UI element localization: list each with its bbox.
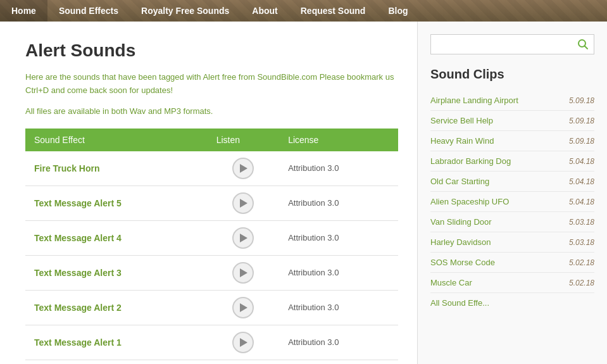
- sound-name-link[interactable]: Text Message Alert 1: [34, 337, 122, 348]
- svg-line-1: [585, 46, 588, 49]
- clip-date: 5.09.18: [569, 96, 594, 105]
- clip-item[interactable]: Heavy Rain Wind5.09.18: [430, 131, 594, 151]
- clip-item[interactable]: Alien Spaceship UFO5.04.18: [430, 192, 594, 212]
- play-button[interactable]: [232, 158, 254, 179]
- clip-name-link[interactable]: Heavy Rain Wind: [430, 136, 494, 146]
- play-triangle-icon: [240, 303, 247, 312]
- clip-date: 5.09.18: [569, 137, 594, 146]
- play-button[interactable]: [232, 192, 254, 214]
- clip-name-link[interactable]: Labrador Barking Dog: [430, 156, 511, 166]
- page-title: Alert Sounds: [25, 41, 398, 61]
- license-text: Attribution 3.0: [279, 185, 398, 220]
- nav-item-home[interactable]: Home: [0, 0, 47, 22]
- clip-item[interactable]: Labrador Barking Dog5.04.18: [430, 151, 594, 172]
- clips-list: Airplane Landing Airport5.09.18Service B…: [430, 91, 594, 313]
- play-button[interactable]: [232, 297, 254, 318]
- nav-item-request-sound[interactable]: Request Sound: [289, 0, 377, 22]
- clip-date: 5.04.18: [569, 198, 594, 206]
- license-text: Attribution 3.0: [279, 220, 398, 255]
- license-text: Attribution 3.0: [279, 325, 398, 360]
- table-row: Fire Truck HornAttribution 3.0: [25, 151, 398, 186]
- sound-name-link[interactable]: Text Message Alert 5: [34, 198, 122, 208]
- clip-date: 5.04.18: [569, 177, 594, 186]
- license-text: Attribution 3.0: [279, 151, 398, 186]
- clip-date: 5.03.18: [569, 218, 594, 227]
- table-row: Text Message Alert 5Attribution 3.0: [25, 185, 398, 220]
- sidebar-title: Sound Clips: [430, 67, 594, 82]
- clip-item[interactable]: All Sound Effe...: [430, 293, 594, 313]
- clip-name-link[interactable]: Service Bell Help: [430, 116, 493, 125]
- table-row: Text Message Alert 2Attribution 3.0: [25, 290, 398, 325]
- sound-name-link[interactable]: Fire Truck Horn: [34, 163, 99, 173]
- clip-name-link[interactable]: Alien Spaceship UFO: [430, 197, 509, 206]
- play-triangle-icon: [240, 338, 247, 347]
- sidebar: Sound Clips Airplane Landing Airport5.09…: [417, 22, 607, 364]
- clip-name-link[interactable]: SOS Morse Code: [430, 258, 495, 267]
- play-triangle-icon: [240, 164, 247, 173]
- search-icon: [577, 39, 589, 50]
- clip-item[interactable]: Service Bell Help5.09.18: [430, 111, 594, 131]
- nav-item-sound-effects[interactable]: Sound Effects: [47, 0, 130, 22]
- clip-item[interactable]: Old Car Starting5.04.18: [430, 172, 594, 192]
- play-triangle-icon: [240, 268, 247, 277]
- clip-item[interactable]: SOS Morse Code5.02.18: [430, 253, 594, 273]
- main-content: Alert Sounds Here are the sounds that ha…: [0, 22, 417, 364]
- sound-name-link[interactable]: Text Message Alert 3: [34, 268, 122, 278]
- col-header-listen: Listen: [208, 129, 279, 151]
- clip-item[interactable]: Harley Davidson5.03.18: [430, 232, 594, 253]
- nav-item-royalty-free-sounds[interactable]: Royalty Free Sounds: [130, 0, 241, 22]
- search-input[interactable]: [431, 35, 572, 53]
- clip-item[interactable]: Airplane Landing Airport5.09.18: [430, 91, 594, 111]
- clip-name-link[interactable]: Muscle Car: [430, 278, 472, 287]
- play-triangle-icon: [240, 234, 247, 242]
- intro-text: Here are the sounds that have been tagge…: [25, 71, 398, 97]
- clip-name-link[interactable]: All Sound Effe...: [430, 298, 489, 308]
- play-button[interactable]: [232, 262, 254, 284]
- play-button[interactable]: [232, 332, 254, 353]
- clip-item[interactable]: Van Sliding Door5.03.18: [430, 212, 594, 232]
- clip-date: 5.09.18: [569, 116, 594, 125]
- formats-text: All files are available in both Wav and …: [25, 106, 398, 116]
- search-box[interactable]: [430, 34, 594, 54]
- col-header-license: License: [279, 129, 398, 151]
- clip-name-link[interactable]: Airplane Landing Airport: [430, 96, 518, 105]
- clip-date: 5.03.18: [569, 238, 594, 247]
- table-row: Text Message Alert 4Attribution 3.0: [25, 220, 398, 255]
- sound-name-link[interactable]: Text Message Alert 2: [34, 303, 122, 313]
- license-text: Attribution 3.0: [279, 255, 398, 290]
- search-button[interactable]: [572, 35, 594, 54]
- clip-name-link[interactable]: Van Sliding Door: [430, 217, 492, 227]
- clip-item[interactable]: Muscle Car5.02.18: [430, 273, 594, 293]
- table-row: Text Message Alert 3Attribution 3.0: [25, 255, 398, 290]
- col-header-sound: Sound Effect: [25, 129, 208, 151]
- main-nav: HomeSound EffectsRoyalty Free SoundsAbou…: [0, 0, 607, 22]
- sounds-table: Sound Effect Listen License Fire Truck H…: [25, 129, 398, 360]
- clip-date: 5.02.18: [569, 279, 594, 287]
- play-button[interactable]: [232, 227, 254, 249]
- sound-name-link[interactable]: Text Message Alert 4: [34, 233, 122, 243]
- clip-name-link[interactable]: Harley Davidson: [430, 237, 491, 247]
- play-triangle-icon: [240, 199, 247, 208]
- nav-item-about[interactable]: About: [241, 0, 289, 22]
- clip-name-link[interactable]: Old Car Starting: [430, 177, 489, 186]
- nav-item-blog[interactable]: Blog: [377, 0, 419, 22]
- license-text: Attribution 3.0: [279, 290, 398, 325]
- clip-date: 5.04.18: [569, 157, 594, 166]
- clip-date: 5.02.18: [569, 258, 594, 267]
- table-row: Text Message Alert 1Attribution 3.0: [25, 325, 398, 360]
